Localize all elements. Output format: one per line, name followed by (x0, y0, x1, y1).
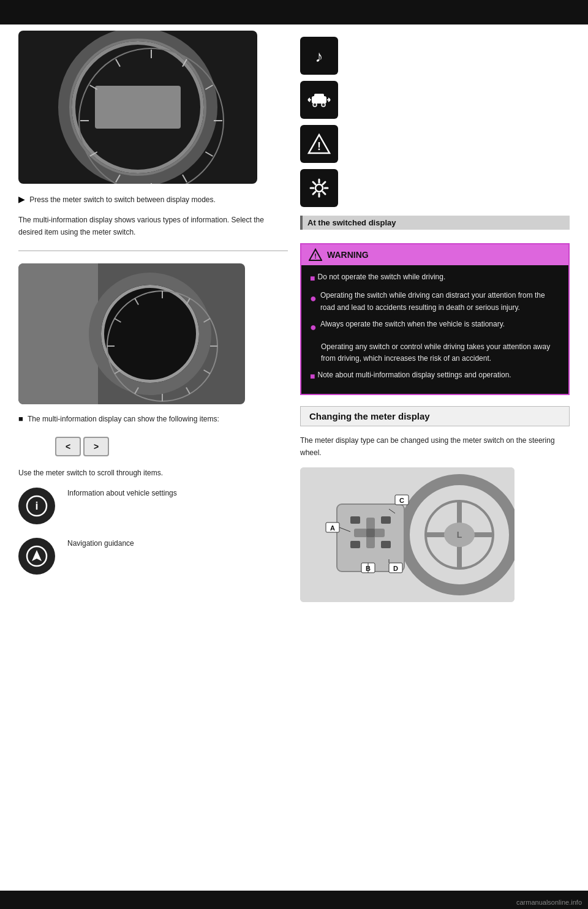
svg-line-25 (135, 298, 138, 304)
steering-image: L A B C (300, 467, 514, 602)
svg-line-12 (116, 59, 120, 67)
gauge-image-2 (18, 263, 245, 404)
svg-point-13 (107, 291, 217, 401)
gauge1-label: ▶ Press the meter switch to switch betwe… (18, 192, 288, 206)
svg-rect-67 (350, 541, 360, 548)
info-text-1: Information about vehicle settings (67, 488, 177, 499)
svg-line-15 (186, 298, 190, 304)
gear-icon (307, 176, 331, 200)
section-heading: Changing the meter display (300, 406, 570, 426)
svg-line-19 (186, 387, 190, 393)
music-icon: ♪ (307, 43, 331, 68)
warning-sq-bullet-2: ■ (310, 369, 315, 383)
divider-1 (18, 251, 288, 251)
nav-buttons-row: < > (55, 437, 288, 456)
svg-line-24 (115, 319, 121, 322)
warning-icon-box: ! (300, 125, 338, 163)
svg-rect-66 (381, 516, 391, 524)
warning-line-5: ■ Note about multi-information display s… (310, 369, 560, 383)
main-content: ▶ Press the meter switch to switch betwe… (0, 25, 588, 608)
svg-text:!: ! (317, 140, 321, 153)
info-icon-1: i (18, 488, 55, 524)
svg-rect-68 (381, 541, 391, 548)
car-icon (307, 88, 331, 112)
warning-box: ! WARNING ■ Do not operate the switch wh… (300, 243, 570, 395)
svg-line-8 (116, 175, 120, 182)
svg-text:L: L (457, 530, 462, 540)
right-column: ♪ (300, 31, 570, 602)
svg-text:i: i (35, 500, 38, 512)
warning-triangle-icon: ! (307, 132, 331, 156)
svg-line-6 (183, 175, 187, 182)
warning-line-1: ■ Do not operate the switch while drivin… (310, 271, 560, 285)
svg-line-5 (205, 152, 213, 156)
steering-svg: L A B C (300, 467, 514, 602)
nav-icons-row: Navigation guidance (18, 538, 288, 579)
svg-text:C: C (399, 497, 404, 504)
svg-line-22 (115, 370, 121, 374)
watermark: carmanualsonline.info (516, 899, 582, 906)
svg-line-51 (313, 192, 315, 194)
square-bullet-1: ■ (18, 414, 23, 423)
left-column: ▶ Press the meter switch to switch betwe… (18, 31, 288, 602)
svg-line-3 (205, 85, 213, 89)
car-icon-box (300, 81, 338, 119)
svg-text:♪: ♪ (315, 47, 323, 66)
highlight-bar: At the switched display (300, 216, 570, 230)
svg-line-16 (204, 319, 210, 322)
svg-line-49 (323, 192, 325, 194)
warning-rd-bullet-1: ● (310, 290, 317, 307)
svg-rect-64 (366, 529, 375, 537)
svg-line-2 (183, 59, 187, 67)
icon-list: ♪ (300, 37, 570, 207)
gauge-left-panel (18, 263, 98, 404)
section-body: The meter display type can be changed us… (300, 435, 570, 458)
svg-rect-32 (314, 94, 324, 99)
svg-line-11 (90, 85, 97, 89)
gauge-ring-2 (89, 273, 211, 395)
svg-line-9 (90, 152, 97, 156)
svg-marker-29 (32, 550, 42, 561)
info-text-2: Navigation guidance (67, 538, 134, 549)
top-bar (0, 0, 588, 25)
svg-rect-65 (350, 516, 360, 524)
prev-button[interactable]: < (55, 437, 81, 456)
warning-header-icon: ! (309, 248, 322, 262)
svg-text:!: ! (314, 252, 317, 260)
arrow-icon-1: ▶ (18, 192, 25, 206)
svg-line-21 (135, 387, 138, 393)
gauge2-label: ■ The multi-information display can show… (18, 413, 288, 426)
nav-icon-1 (18, 538, 55, 575)
svg-point-34 (322, 103, 325, 107)
svg-text:A: A (330, 524, 335, 532)
music-icon-box: ♪ (300, 37, 338, 75)
svg-point-33 (313, 103, 317, 107)
svg-point-0 (79, 48, 224, 184)
warning-rd-bullet-2: ● (310, 319, 317, 336)
warning-line-4: Operating any switch or control while dr… (321, 341, 560, 364)
gauge1-body: The multi-information display shows vari… (18, 214, 288, 238)
warning-line-3: ● Always operate the switch when the veh… (310, 319, 560, 336)
gauge-image-1 (18, 31, 257, 184)
gauge-ring-1 (58, 31, 217, 184)
info-icons-row: i Information about vehicle settings (18, 488, 288, 529)
svg-point-43 (315, 184, 323, 192)
warning-header: ! WARNING (301, 244, 568, 265)
bottom-bar: carmanualsonline.info (0, 891, 588, 909)
svg-line-50 (323, 182, 325, 184)
next-button[interactable]: > (83, 437, 109, 456)
warning-sq-bullet-1: ■ (310, 271, 315, 285)
svg-line-18 (204, 370, 210, 374)
warning-body: ■ Do not operate the switch while drivin… (301, 265, 568, 394)
warning-line-2: ● Operating the switch while driving can… (310, 290, 560, 313)
nav-label: Use the meter switch to scroll through i… (18, 467, 288, 479)
gear-icon-box (300, 169, 338, 207)
svg-text:D: D (393, 565, 398, 572)
svg-line-48 (313, 182, 315, 184)
